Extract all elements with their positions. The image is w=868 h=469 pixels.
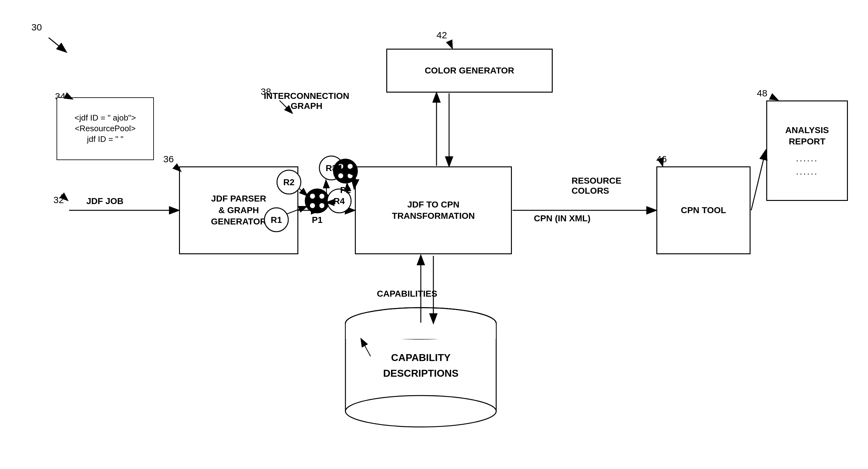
svg-line-38 — [299, 188, 307, 195]
svg-point-11 — [345, 308, 496, 339]
svg-point-35 — [338, 173, 343, 178]
color-generator-box: COLOR GENERATOR — [386, 49, 553, 93]
jdf-source-box: <jdf ID = " ajob"> <ResourcePool> jdf ID… — [57, 97, 154, 160]
jdf-parser-line2: & GRAPH — [211, 205, 266, 216]
ref-44: 44 — [355, 348, 365, 359]
svg-text:R3: R3 — [326, 163, 337, 173]
svg-line-42 — [347, 184, 348, 194]
ref-46: 46 — [656, 154, 667, 164]
svg-text:P1: P1 — [312, 215, 322, 225]
interconnection-label: INTERCONNECTION GRAPH — [264, 91, 349, 111]
svg-point-22 — [305, 189, 329, 213]
ref-36: 36 — [163, 154, 174, 164]
svg-line-2 — [49, 38, 66, 52]
svg-point-23 — [310, 194, 315, 199]
svg-point-26 — [319, 203, 324, 208]
jdf-to-cpn-line2: TRANSFORMATION — [392, 210, 475, 222]
jdf-job-label: JDF JOB — [86, 196, 123, 206]
analysis-line1: ANALYSIS — [785, 125, 829, 136]
svg-text:CAPABILITY: CAPABILITY — [391, 352, 451, 363]
ref-40: 40 — [336, 157, 346, 168]
jdf-parser-line3: GENERATOR — [211, 216, 266, 227]
svg-point-25 — [310, 203, 315, 208]
resource-colors-label: RESOURCE COLORS — [571, 176, 621, 196]
capabilities-label: CAPABILITIES — [377, 289, 437, 299]
svg-point-30 — [327, 189, 351, 213]
svg-line-49 — [773, 97, 778, 100]
cpn-xml-label: CPN (IN XML) — [534, 214, 590, 223]
jdf-line2: <ResourcePool> — [74, 123, 136, 134]
cpn-tool-box: CPN TOOL — [656, 166, 750, 254]
svg-point-34 — [348, 164, 353, 169]
ref-48: 48 — [757, 88, 767, 99]
svg-rect-13 — [346, 323, 496, 339]
svg-text:R4: R4 — [334, 196, 345, 206]
jdf-parser-line1: JDF PARSER — [211, 193, 266, 205]
jdf-line1: <jdf ID = " ajob"> — [74, 113, 136, 123]
svg-point-36 — [348, 173, 353, 178]
analysis-line2: REPORT — [785, 136, 829, 147]
analysis-report-box: ANALYSIS REPORT ...... ...... — [766, 100, 848, 201]
svg-line-45 — [449, 41, 452, 48]
ref-32: 32 — [53, 195, 64, 205]
svg-line-40 — [326, 181, 327, 194]
ref-42: 42 — [436, 30, 447, 40]
svg-point-24 — [319, 194, 324, 199]
ref-30: 30 — [31, 22, 42, 33]
svg-line-48 — [349, 169, 355, 176]
svg-text:DESCRIPTIONS: DESCRIPTIONS — [383, 368, 459, 379]
svg-line-7 — [751, 151, 766, 210]
svg-point-12 — [345, 396, 496, 427]
jdf-parser-box: JDF PARSER & GRAPH GENERATOR — [179, 166, 298, 254]
jdf-to-cpn-box: JDF TO CPN TRANSFORMATION — [355, 166, 512, 254]
svg-text:P2: P2 — [340, 185, 351, 195]
svg-rect-10 — [345, 323, 496, 411]
jdf-to-cpn-line1: JDF TO CPN — [392, 199, 475, 210]
jdf-line3: jdf ID = " " — [74, 134, 136, 145]
cpn-tool-label: CPN TOOL — [681, 205, 726, 216]
color-generator-label: COLOR GENERATOR — [425, 65, 514, 76]
